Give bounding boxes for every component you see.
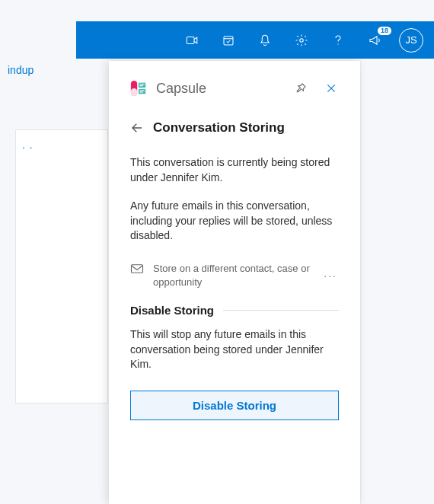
pin-button[interactable] (290, 78, 311, 99)
section-heading: Conversation Storing (153, 120, 285, 136)
capsule-logo-icon (130, 80, 147, 97)
user-avatar[interactable]: JS (399, 28, 423, 53)
panel-header: Capsule (109, 61, 360, 107)
settings-icon[interactable] (286, 25, 317, 56)
truncated-item-label[interactable]: indup (0, 64, 75, 76)
disable-heading: Disable Storing (130, 304, 214, 317)
reading-pane-card: . . (15, 129, 108, 404)
svg-rect-10 (139, 90, 144, 91)
svg-rect-8 (139, 84, 144, 85)
mail-icon (130, 263, 144, 277)
more-options-icon[interactable]: ··· (322, 270, 339, 282)
svg-point-2 (300, 38, 304, 42)
divider (223, 310, 339, 311)
disable-storing-button[interactable]: Disable Storing (130, 391, 339, 420)
notifications-icon[interactable] (250, 25, 280, 56)
todo-icon[interactable] (213, 25, 244, 56)
panel-app-title: Capsule (156, 81, 281, 97)
svg-rect-7 (139, 89, 145, 94)
capsule-addin-panel: Capsule Conversation Storing This conver… (109, 61, 360, 504)
store-alternative-row: Store on a different contact, case or op… (130, 257, 339, 304)
storing-status-text: This conversation is currently being sto… (130, 155, 339, 185)
help-icon[interactable] (323, 25, 353, 56)
disable-heading-row: Disable Storing (130, 304, 339, 317)
close-button[interactable] (321, 78, 342, 99)
svg-rect-6 (139, 83, 145, 88)
store-alternative-link[interactable]: Store on a different contact, case or op… (153, 262, 313, 289)
svg-rect-9 (139, 85, 143, 86)
svg-rect-11 (139, 91, 143, 92)
svg-rect-12 (132, 265, 143, 273)
outlook-top-bar: 18 JS (76, 21, 434, 59)
svg-point-3 (337, 43, 338, 44)
svg-rect-1 (224, 36, 233, 44)
overflow-dots[interactable]: . . (22, 139, 34, 151)
svg-rect-0 (187, 37, 194, 43)
announce-icon[interactable]: 18 (359, 25, 390, 56)
notification-badge: 18 (378, 27, 391, 35)
svg-rect-5 (131, 88, 137, 96)
back-arrow-icon[interactable] (130, 121, 144, 135)
panel-body: Conversation Storing This conversation i… (109, 107, 360, 435)
meet-now-icon[interactable] (177, 25, 207, 56)
storing-detail-text: Any future emails in this conversation, … (130, 199, 339, 244)
disable-description: This will stop any future emails in this… (130, 327, 339, 372)
